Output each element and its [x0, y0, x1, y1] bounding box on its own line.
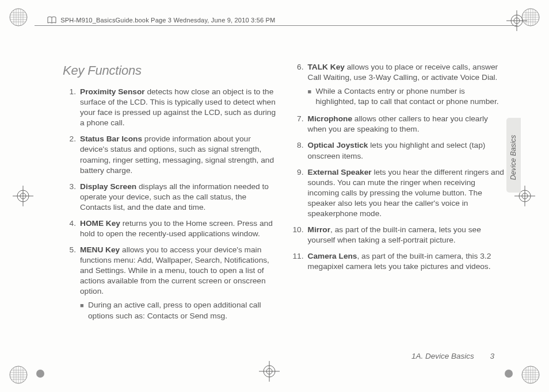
- item-number: 3.: [63, 182, 80, 213]
- item-term: Display Screen: [80, 182, 136, 191]
- solid-mark-bottom-left: [35, 368, 46, 379]
- crop-mark-bottom-right: [519, 363, 542, 386]
- item-term: Microphone: [308, 114, 353, 123]
- list-item: 6.TALK Key allows you to place or receiv…: [291, 62, 505, 108]
- item-number: 7.: [291, 114, 308, 134]
- footer-page-number: 3: [490, 352, 494, 360]
- side-tab: Device Basics: [506, 118, 521, 193]
- right-column: 6.TALK Key allows you to place or receiv…: [291, 62, 505, 328]
- section-title: Key Functions: [63, 62, 277, 79]
- header-text: SPH-M910_BasicsGuide.book Page 3 Wednesd…: [60, 17, 275, 24]
- list-item: 9.External Speaker lets you hear the dif…: [291, 167, 505, 219]
- item-body: HOME Key returns you to the Home screen.…: [80, 218, 277, 239]
- registration-top: [506, 10, 527, 31]
- list-item: 4.HOME Key returns you to the Home scree…: [63, 218, 277, 239]
- crop-mark-top-left: [7, 6, 30, 29]
- item-term: Mirror: [308, 225, 331, 234]
- list-item: 5.MENU Key allows you to access your dev…: [63, 245, 277, 322]
- item-number: 2.: [63, 134, 80, 175]
- list-item: 3.Display Screen displays all the inform…: [63, 182, 277, 213]
- item-number: 10.: [291, 225, 308, 245]
- item-body: Camera Lens, as part of the built-in cam…: [308, 251, 505, 272]
- list-item: 1.Proximity Sensor detects how close an …: [63, 87, 277, 128]
- item-text: Camera Lens, as part of the built-in cam…: [308, 251, 505, 272]
- solid-mark-bottom-right: [503, 368, 514, 379]
- item-text: Display Screen displays all the informat…: [80, 182, 277, 213]
- list-item: 11.Camera Lens, as part of the built-in …: [291, 251, 505, 272]
- item-text: TALK Key allows you to place or receive …: [308, 62, 505, 83]
- square-bullet-icon: ■: [80, 300, 88, 321]
- header-running-text: SPH-M910_BasicsGuide.book Page 3 Wednesd…: [47, 16, 275, 25]
- item-term: External Speaker: [308, 168, 372, 176]
- list-item: 7.Microphone allows other callers to hea…: [291, 114, 505, 134]
- svg-point-60: [36, 370, 44, 378]
- item-body: Status Bar Icons provide information abo…: [80, 134, 277, 175]
- item-text: Proximity Sensor detects how close an ob…: [80, 87, 277, 128]
- sub-text: While a Contacts entry or phone number i…: [316, 86, 505, 107]
- item-text: Microphone allows other callers to hear …: [308, 114, 505, 134]
- item-body: TALK Key allows you to place or receive …: [308, 62, 505, 108]
- list-item: 2.Status Bar Icons provide information a…: [63, 134, 277, 175]
- item-term: Proximity Sensor: [80, 87, 145, 96]
- item-text: Status Bar Icons provide information abo…: [80, 134, 277, 175]
- content-area: Key Functions 1.Proximity Sensor detects…: [63, 62, 504, 328]
- item-number: 1.: [63, 87, 80, 128]
- item-number: 5.: [63, 245, 80, 322]
- book-icon: [47, 16, 56, 25]
- svg-point-61: [505, 370, 513, 378]
- list-item: 8.Optical Joystick lets you highlight an…: [291, 140, 505, 161]
- left-column: Key Functions 1.Proximity Sensor detects…: [63, 62, 277, 328]
- item-term: Camera Lens: [308, 252, 357, 260]
- item-number: 11.: [291, 251, 308, 272]
- footer-section: 1A. Device Basics: [411, 352, 474, 360]
- item-term: MENU Key: [80, 245, 120, 254]
- item-term: TALK Key: [308, 63, 345, 71]
- list-item: 10.Mirror, as part of the built-in camer…: [291, 225, 505, 245]
- item-body: Optical Joystick lets you highlight and …: [308, 140, 505, 161]
- item-body: MENU Key allows you to access your devic…: [80, 245, 277, 322]
- item-text: External Speaker lets you hear the diffe…: [308, 167, 505, 219]
- registration-left: [13, 186, 33, 206]
- item-number: 9.: [291, 167, 308, 219]
- item-body: Microphone allows other callers to hear …: [308, 114, 505, 134]
- item-number: 6.: [291, 62, 308, 108]
- item-text: HOME Key returns you to the Home screen.…: [80, 218, 277, 239]
- item-number: 8.: [291, 140, 308, 161]
- item-text: Mirror, as part of the built-in camera, …: [308, 225, 505, 245]
- side-tab-label: Device Basics: [509, 133, 517, 182]
- item-term: Status Bar Icons: [80, 134, 142, 143]
- item-body: Mirror, as part of the built-in camera, …: [308, 225, 505, 245]
- item-text: Optical Joystick lets you highlight and …: [308, 140, 505, 161]
- sub-bullet-row: ■While a Contacts entry or phone number …: [308, 86, 505, 107]
- item-text: MENU Key allows you to access your devic…: [80, 245, 277, 297]
- item-body: Display Screen displays all the informat…: [80, 182, 277, 213]
- page-footer: 1A. Device Basics 3: [411, 352, 494, 360]
- registration-bottom: [259, 361, 280, 382]
- crop-mark-bottom-left: [7, 363, 30, 386]
- header-rule: [35, 25, 517, 26]
- item-number: 4.: [63, 218, 80, 239]
- square-bullet-icon: ■: [308, 86, 316, 107]
- item-body: External Speaker lets you hear the diffe…: [308, 167, 505, 219]
- sub-text: During an active call, press to open add…: [88, 300, 277, 321]
- sub-bullet-row: ■During an active call, press to open ad…: [80, 300, 277, 321]
- item-body: Proximity Sensor detects how close an ob…: [80, 87, 277, 128]
- item-term: Optical Joystick: [308, 141, 368, 149]
- item-term: HOME Key: [80, 219, 120, 228]
